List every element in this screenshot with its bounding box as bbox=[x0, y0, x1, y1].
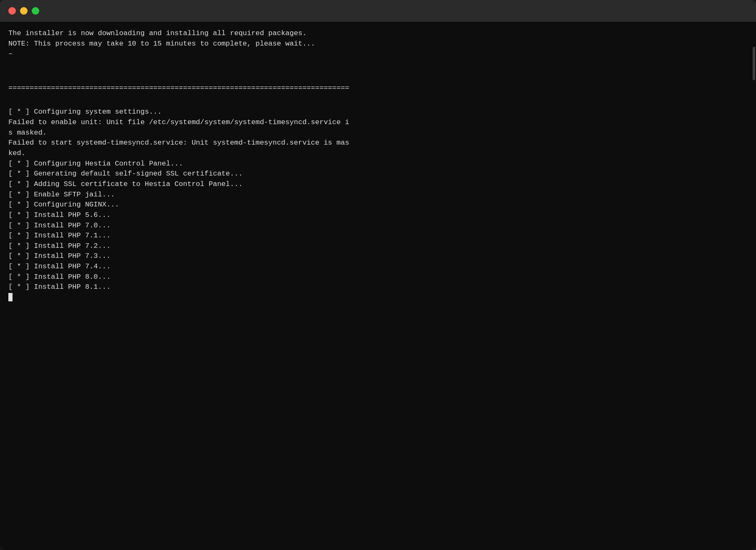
terminal-window: The installer is now downloading and ins… bbox=[0, 0, 756, 550]
terminal-line: [ * ] Generating default self-signed SSL… bbox=[8, 169, 748, 179]
scrollbar[interactable] bbox=[752, 47, 755, 546]
terminal-line: [ * ] Install PHP 7.0... bbox=[8, 221, 748, 231]
terminal-line: [ * ] Install PHP 7.2... bbox=[8, 241, 748, 252]
terminal-cursor bbox=[8, 293, 13, 301]
terminal-body[interactable]: The installer is now downloading and ins… bbox=[0, 22, 756, 550]
terminal-line: [ * ] Install PHP 7.1... bbox=[8, 231, 748, 241]
terminal-line: s masked. bbox=[8, 128, 748, 138]
terminal-line: [ * ] Configuring system settings... bbox=[8, 107, 748, 117]
terminal-line: [ * ] Enable SFTP jail... bbox=[8, 190, 748, 200]
terminal-line: [ * ] Install PHP 8.0... bbox=[8, 272, 748, 283]
minimize-button[interactable] bbox=[20, 7, 28, 15]
cursor-line bbox=[8, 293, 748, 303]
terminal-line: [ * ] Adding SSL certificate to Hestia C… bbox=[8, 179, 748, 190]
terminal-line: [ * ] Configuring NGINX... bbox=[8, 200, 748, 210]
terminal-content: The installer is now downloading and ins… bbox=[8, 28, 748, 303]
terminal-line bbox=[8, 97, 748, 107]
terminal-line: – bbox=[8, 49, 748, 59]
maximize-button[interactable] bbox=[32, 7, 39, 15]
terminal-line: [ * ] Install PHP 7.4... bbox=[8, 262, 748, 272]
terminal-line: Failed to enable unit: Unit file /etc/sy… bbox=[8, 117, 748, 128]
terminal-line: [ * ] Install PHP 7.3... bbox=[8, 251, 748, 262]
terminal-line: ked. bbox=[8, 148, 748, 159]
traffic-lights bbox=[8, 7, 39, 15]
terminal-line bbox=[8, 59, 748, 70]
titlebar bbox=[0, 0, 756, 22]
terminal-line: [ * ] Install PHP 8.1... bbox=[8, 282, 748, 293]
terminal-line: [ * ] Install PHP 5.6... bbox=[8, 210, 748, 221]
scrollbar-thumb[interactable] bbox=[753, 47, 755, 80]
terminal-line: The installer is now downloading and ins… bbox=[8, 28, 748, 39]
terminal-line: ========================================… bbox=[8, 83, 748, 94]
terminal-line: [ * ] Configuring Hestia Control Panel..… bbox=[8, 159, 748, 169]
terminal-line: NOTE: This process may take 10 to 15 min… bbox=[8, 39, 748, 49]
terminal-line bbox=[8, 70, 748, 80]
terminal-line: Failed to start systemd-timesyncd.servic… bbox=[8, 138, 748, 148]
close-button[interactable] bbox=[8, 7, 16, 15]
